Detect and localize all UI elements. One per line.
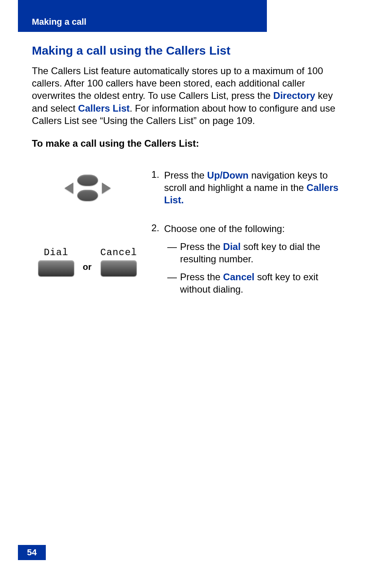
nav-keys-illustration	[32, 169, 143, 206]
dash-2: —	[164, 271, 180, 295]
opt1-a: Press the	[180, 241, 223, 252]
step-2-option-1: — Press the Dial soft key to dial the re…	[164, 240, 351, 265]
directory-keyword: Directory	[273, 90, 315, 101]
updown-keyword: Up/Down	[207, 170, 249, 181]
section-header-text: Making a call	[32, 17, 86, 27]
step-1: 1. Press the Up/Down navigation keys to …	[143, 169, 351, 206]
intro-paragraph: The Callers List feature automatically s…	[32, 65, 351, 127]
softkeys-illustration: Dial or Cancel	[32, 222, 143, 301]
step-2-options: — Press the Dial soft key to dial the re…	[164, 240, 351, 296]
navigation-pad-icon	[64, 174, 112, 202]
step-1-number: 1.	[143, 169, 164, 206]
opt2-a: Press the	[180, 271, 223, 282]
softkeys-group: Dial or Cancel	[38, 247, 137, 276]
or-label: or	[83, 262, 92, 276]
nav-up-icon	[77, 175, 98, 186]
step-2-number: 2.	[143, 222, 164, 301]
cancel-softkey: Cancel	[100, 247, 137, 276]
page-number: 54	[18, 545, 46, 560]
step-2-option-2: — Press the Cancel soft key to exit with…	[164, 271, 351, 295]
steps-grid: 1. Press the Up/Down navigation keys to …	[32, 169, 351, 301]
procedure-heading: To make a call using the Callers List:	[32, 138, 351, 149]
nav-down-icon	[77, 190, 98, 201]
dial-keyword: Dial	[223, 241, 241, 252]
step-1-text: Press the Up/Down navigation keys to scr…	[164, 169, 351, 206]
step-2-lead: Choose one of the following:	[164, 223, 285, 234]
page-number-text: 54	[27, 547, 37, 558]
page-title: Making a call using the Callers List	[32, 44, 351, 57]
top-accent-bar	[18, 0, 267, 12]
dial-softkey-label: Dial	[38, 247, 74, 258]
dash-1: —	[164, 240, 180, 265]
option-2-text: Press the Cancel soft key to exit withou…	[180, 271, 351, 295]
section-header: Making a call	[18, 12, 267, 32]
page-content: Making a call using the Callers List The…	[32, 44, 351, 301]
dial-softkey: Dial	[38, 247, 74, 276]
dial-softkey-button-icon	[38, 260, 74, 276]
step-2: 2. Choose one of the following: — Press …	[143, 222, 351, 301]
step-1-text-a: Press the	[164, 170, 207, 181]
cancel-keyword: Cancel	[223, 271, 255, 282]
cancel-softkey-button-icon	[101, 260, 137, 276]
step-2-text: Choose one of the following: — Press the…	[164, 222, 351, 301]
nav-right-icon	[102, 183, 111, 194]
option-1-text: Press the Dial soft key to dial the resu…	[180, 240, 351, 265]
nav-left-icon	[65, 183, 73, 194]
callers-list-keyword: Callers List	[78, 103, 129, 114]
cancel-softkey-label: Cancel	[100, 247, 137, 258]
